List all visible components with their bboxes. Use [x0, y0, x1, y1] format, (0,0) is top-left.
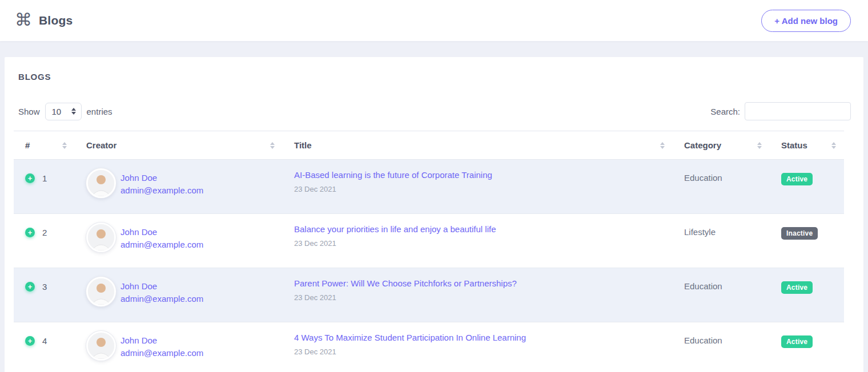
search-label: Search: [710, 107, 740, 116]
status-badge: Active [781, 281, 813, 294]
card-title: BLOGS [14, 72, 851, 82]
blog-title-link[interactable]: Parent Power: Will We Choose Pitchforks … [294, 278, 517, 288]
column-header-status[interactable]: Status [770, 131, 844, 160]
status-badge: Inactive [781, 227, 818, 240]
sort-icon [660, 142, 665, 149]
entries-label: entries [87, 107, 112, 116]
creator-name-link[interactable]: John Doe [120, 227, 203, 237]
top-header-bar: ⌘ Blogs + Add new blog [0, 0, 868, 41]
table-row: + 2 John Doe admin@example.com Balance y… [14, 214, 844, 268]
table-row: + 4 John Doe admin@example.com 4 Ways To… [14, 322, 844, 372]
sort-icon [270, 142, 275, 149]
blog-title-link[interactable]: AI-Based learning is the future of Corpo… [294, 170, 492, 180]
select-arrows-icon [71, 108, 76, 115]
status-badge: Active [781, 173, 813, 185]
blog-date: 23 Dec 2021 [294, 347, 665, 356]
page-size-select[interactable]: 10 [45, 103, 82, 120]
row-number: 1 [42, 173, 47, 183]
row-number: 4 [42, 336, 47, 346]
page-size-value: 10 [52, 107, 62, 116]
row-number: 2 [42, 228, 47, 237]
blogs-card: BLOGS Show 10 entries Search: # Creator … [5, 57, 863, 372]
row-number: 3 [42, 282, 47, 292]
status-badge: Active [781, 335, 813, 348]
blog-title-link[interactable]: Balance your priorities in life and enjo… [294, 224, 496, 234]
blog-category: Education [673, 160, 770, 214]
avatar [86, 331, 116, 361]
sort-icon [757, 142, 762, 149]
table-row: + 1 John Doe admin@example.com AI-Based … [14, 160, 844, 214]
sort-icon [831, 142, 836, 149]
table-row: + 3 John Doe admin@example.com Parent Po… [14, 268, 844, 322]
blog-category: Education [673, 268, 770, 322]
creator-email-link[interactable]: admin@example.com [120, 294, 203, 304]
creator-email-link[interactable]: admin@example.com [120, 348, 203, 358]
creator-name-link[interactable]: John Doe [120, 335, 203, 345]
command-icon: ⌘ [15, 11, 32, 29]
page-length-control: Show 10 entries [18, 103, 112, 120]
blog-date: 23 Dec 2021 [294, 239, 665, 248]
search-control: Search: [710, 102, 851, 120]
creator-name-link[interactable]: John Doe [120, 173, 203, 183]
sort-icon [62, 142, 67, 149]
blog-date: 23 Dec 2021 [294, 293, 665, 302]
search-input[interactable] [745, 102, 851, 120]
show-label: Show [18, 107, 40, 116]
blog-category: Education [673, 322, 770, 372]
blog-date: 23 Dec 2021 [294, 185, 665, 193]
column-header-num[interactable]: # [14, 131, 75, 160]
expand-row-button[interactable]: + [25, 336, 35, 346]
add-new-blog-button[interactable]: + Add new blog [761, 10, 851, 32]
column-header-category[interactable]: Category [673, 131, 770, 160]
table-controls: Show 10 entries Search: [14, 102, 851, 120]
page-title: Blogs [39, 14, 73, 27]
blogs-table: # Creator Title Category Status + 1 John… [14, 131, 844, 372]
column-header-creator[interactable]: Creator [75, 131, 283, 160]
app-brand: ⌘ Blogs [15, 12, 73, 29]
expand-row-button[interactable]: + [25, 282, 35, 292]
table-header-row: # Creator Title Category Status [14, 131, 844, 160]
expand-row-button[interactable]: + [25, 228, 35, 237]
creator-email-link[interactable]: admin@example.com [120, 185, 203, 195]
avatar [86, 277, 116, 306]
blog-title-link[interactable]: 4 Ways To Maximize Student Participation… [294, 333, 526, 342]
creator-email-link[interactable]: admin@example.com [120, 240, 203, 249]
expand-row-button[interactable]: + [25, 173, 35, 183]
avatar [86, 223, 116, 252]
avatar [86, 168, 116, 198]
column-header-title[interactable]: Title [283, 131, 673, 160]
creator-name-link[interactable]: John Doe [120, 281, 203, 291]
blog-category: Lifestyle [673, 214, 770, 268]
